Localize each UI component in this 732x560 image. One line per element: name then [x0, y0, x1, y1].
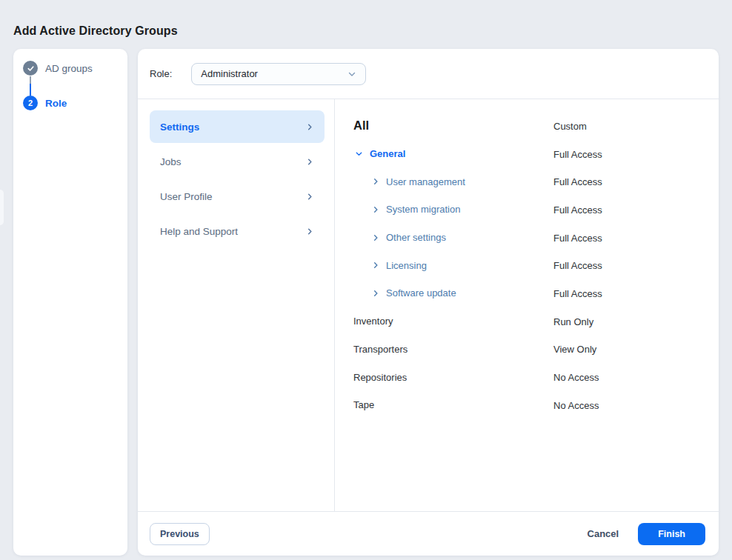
- permission-label: Transporters: [353, 344, 407, 355]
- category-menu: SettingsJobsUser ProfileHelp and Support: [138, 99, 334, 511]
- chevron-right-icon: [306, 193, 314, 201]
- chevron-right-icon: [306, 227, 314, 236]
- permission-label[interactable]: General: [370, 148, 405, 159]
- chevron-down-icon: [347, 70, 356, 79]
- permission-label[interactable]: Software update: [386, 287, 456, 299]
- permission-access-value[interactable]: Full Access: [553, 287, 602, 299]
- permission-row-system-migration: System migrationFull Access: [353, 196, 704, 224]
- permission-access-value[interactable]: Full Access: [553, 176, 602, 187]
- step-connector-line: [30, 76, 31, 96]
- wizard-footer: Previous Cancel Finish: [138, 511, 719, 556]
- permission-row-transporters: TransportersView Only: [353, 336, 704, 364]
- page-title: Add Active Directory Groups: [13, 24, 178, 38]
- permission-row-user-management: User managementFull Access: [353, 167, 704, 196]
- category-menu-label: User Profile: [160, 191, 306, 202]
- chevron-right-icon[interactable]: [372, 233, 380, 241]
- permission-label[interactable]: Other settings: [386, 232, 446, 243]
- role-step-panel: Role: Administrator SettingsJobsUser Pro…: [138, 49, 719, 556]
- role-label: Role:: [150, 68, 172, 79]
- permission-access-value[interactable]: Full Access: [553, 260, 602, 271]
- permission-row-inventory: InventoryRun Only: [353, 307, 704, 336]
- permission-row-all: AllCustom: [353, 112, 704, 140]
- permission-label[interactable]: System migration: [386, 204, 460, 215]
- wizard-step-ad-groups[interactable]: AD groups: [23, 61, 93, 76]
- chevron-right-icon: [306, 123, 314, 131]
- permission-row-software-update: Software updateFull Access: [353, 279, 704, 307]
- permission-label: Tape: [353, 399, 374, 410]
- chevron-right-icon[interactable]: [372, 178, 380, 186]
- permission-row-general: GeneralFull Access: [353, 140, 704, 168]
- step-number-badge: 2: [23, 96, 38, 110]
- permission-access-value[interactable]: No Access: [553, 399, 599, 410]
- permission-access-value[interactable]: View Only: [553, 344, 596, 355]
- permission-access-value[interactable]: Full Access: [553, 148, 602, 159]
- permission-row-repositories: RepositoriesNo Access: [353, 363, 704, 391]
- category-menu-item-user-profile[interactable]: User Profile: [150, 180, 325, 213]
- role-select-value: Administrator: [201, 68, 347, 79]
- previous-button[interactable]: Previous: [150, 523, 210, 545]
- wizard-step-role[interactable]: 2 Role: [23, 96, 67, 110]
- chevron-right-icon[interactable]: [372, 289, 380, 297]
- role-selector-row: Role: Administrator: [138, 49, 719, 99]
- permission-row-tape: TapeNo Access: [353, 391, 704, 419]
- role-select[interactable]: Administrator: [191, 63, 366, 85]
- category-menu-item-jobs[interactable]: Jobs: [150, 145, 325, 178]
- permission-label: All: [353, 119, 369, 133]
- permission-access-value[interactable]: Full Access: [553, 204, 602, 215]
- category-menu-item-help-and-support[interactable]: Help and Support: [150, 215, 325, 247]
- permission-access-value[interactable]: Full Access: [553, 232, 602, 243]
- permissions-panel: AllCustomGeneralFull AccessUser manageme…: [335, 99, 719, 511]
- permission-row-licensing: LicensingFull Access: [353, 251, 704, 279]
- category-menu-label: Jobs: [160, 156, 306, 167]
- permission-label: Repositories: [353, 372, 407, 383]
- category-menu-label: Help and Support: [160, 226, 306, 237]
- step-label: Role: [45, 98, 67, 109]
- wizard-steps-panel: AD groups 2 Role: [13, 49, 127, 556]
- chevron-right-icon: [306, 158, 314, 166]
- step-label: AD groups: [45, 63, 93, 74]
- permission-label: Inventory: [353, 316, 393, 327]
- category-menu-label: Settings: [160, 121, 306, 133]
- left-edge-notch: [0, 190, 4, 225]
- step-completed-check-icon: [23, 61, 38, 76]
- category-menu-item-settings[interactable]: Settings: [150, 110, 325, 143]
- permission-label[interactable]: Licensing: [386, 260, 427, 271]
- role-content: SettingsJobsUser ProfileHelp and Support…: [138, 99, 719, 511]
- permission-access-value[interactable]: Custom: [553, 120, 587, 131]
- chevron-right-icon[interactable]: [372, 205, 380, 213]
- cancel-button[interactable]: Cancel: [588, 528, 619, 539]
- finish-button[interactable]: Finish: [638, 523, 705, 545]
- permission-access-value[interactable]: Run Only: [553, 316, 593, 327]
- permission-row-other-settings: Other settingsFull Access: [353, 224, 704, 252]
- permission-access-value[interactable]: No Access: [553, 372, 599, 383]
- chevron-right-icon[interactable]: [372, 261, 380, 270]
- chevron-down-icon[interactable]: [355, 150, 363, 158]
- permission-label[interactable]: User management: [386, 176, 465, 187]
